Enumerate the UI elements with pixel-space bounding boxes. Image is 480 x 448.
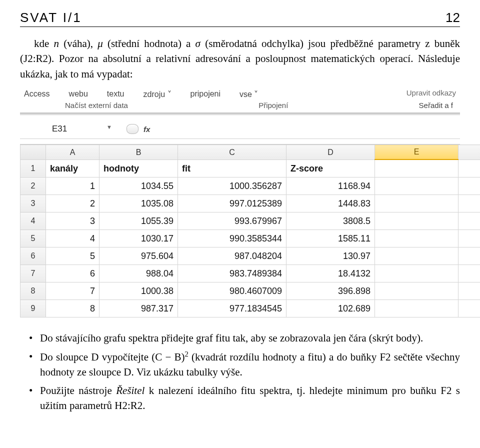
row-header[interactable]: 1 [20,160,46,178]
cell[interactable]: 6 [46,265,100,282]
cell[interactable]: 980.4607009 [178,282,286,300]
cell[interactable]: 1034.55 [100,178,178,195]
cell[interactable]: 1000.356287 [178,178,286,195]
row-header[interactable]: 2 [20,178,46,195]
cell[interactable]: 8 [46,300,100,318]
cell[interactable]: 990.3585344 [178,230,286,248]
row-header[interactable]: 7 [20,265,46,282]
row-header[interactable]: 3 [20,195,46,212]
select-all-corner[interactable] [20,145,46,160]
row-header[interactable]: 8 [20,282,46,300]
cell[interactable]: fit [178,160,286,178]
cell[interactable]: 1055.39 [100,212,178,230]
formula-bar: E31▼ fx [20,116,460,139]
cell[interactable]: 5 [46,248,100,265]
chevron-down-icon[interactable]: ▼ [106,124,112,130]
cell[interactable] [375,230,458,248]
row-header[interactable]: 6 [20,248,46,265]
col-header-c[interactable]: C [178,145,286,160]
bullet-item: Použijte nástroje Řešitel k nalezení ide… [40,383,460,414]
cell[interactable] [375,195,458,212]
cell[interactable] [458,195,480,212]
cell[interactable] [375,248,458,265]
row-header[interactable]: 9 [20,300,46,318]
cell[interactable]: 3 [46,212,100,230]
cell[interactable]: 988.04 [100,265,178,282]
cell[interactable] [375,282,458,300]
cell[interactable]: 983.7489384 [178,265,286,282]
cell[interactable] [375,300,458,318]
cell[interactable]: 1 [46,178,100,195]
cell[interactable] [375,212,458,230]
cell[interactable]: 977.1834545 [178,300,286,318]
fx-circle-icon [126,124,138,134]
cell[interactable]: 993.679967 [178,212,286,230]
cell[interactable]: 3808.5 [286,212,375,230]
cell[interactable]: 1585.11 [286,230,375,248]
cell[interactable]: 987.317 [100,300,178,318]
cell[interactable]: 102.689 [286,300,375,318]
intro-paragraph: kde n (váha), μ (střední hodnota) a σ (s… [20,36,460,82]
cell[interactable]: 396.898 [286,282,375,300]
cell[interactable] [458,265,480,282]
cell[interactable]: 18.4132 [286,265,375,282]
cell[interactable]: Z-score [286,160,375,178]
cell[interactable] [375,265,458,282]
cell[interactable]: 2 [46,195,100,212]
cell[interactable] [375,160,458,178]
cell[interactable] [458,212,480,230]
cell[interactable]: 987.048204 [178,248,286,265]
ribbon-tab-zdroju[interactable]: zdroju ˅ [144,88,172,100]
cell[interactable]: 975.604 [100,248,178,265]
formula-input[interactable] [150,124,460,134]
cell[interactable]: 1168.94 [286,178,375,195]
cell[interactable]: hodnoty [100,160,178,178]
col-header-b[interactable]: B [100,145,178,160]
ribbon-tab-access[interactable]: Access [24,88,50,100]
ribbon-tab-pripojeni[interactable]: pripojeni [190,88,220,100]
ribbon-tabs: Access webu textu zdroju ˅ pripojeni vse… [20,88,460,100]
ribbon-tab-webu[interactable]: webu [69,88,88,100]
ribbon-group-externi: Načíst externí data [65,101,128,110]
col-header-a[interactable]: A [46,145,100,160]
cell[interactable] [458,282,480,300]
ribbon-tab-textu[interactable]: textu [107,88,124,100]
cell[interactable] [375,178,458,195]
cell[interactable]: 1030.17 [100,230,178,248]
cell[interactable]: 7 [46,282,100,300]
page-header: SVAT I/1 12 [20,10,460,27]
cell[interactable] [458,160,480,178]
cell[interactable]: 4 [46,230,100,248]
col-header-e[interactable]: E [375,145,458,160]
name-box[interactable]: E31▼ [48,122,116,136]
cell[interactable]: 997.0125389 [178,195,286,212]
excel-screenshot: Access webu textu zdroju ˅ pripojeni vse… [20,88,460,318]
header-page-number: 12 [446,10,460,26]
cell[interactable] [458,230,480,248]
col-header-d[interactable]: D [286,145,375,160]
cell[interactable]: 130.97 [286,248,375,265]
ribbon-group-seradit: Seřadit a f [419,101,453,110]
ribbon-tab-vse[interactable]: vse ˅ [240,88,258,100]
cell[interactable]: kanály [46,160,100,178]
row-header[interactable]: 5 [20,230,46,248]
cell[interactable]: 1000.38 [100,282,178,300]
row-header[interactable]: 4 [20,212,46,230]
header-left: SVAT I/1 [20,10,82,26]
col-header-f[interactable]: F [458,145,480,160]
bullet-list: Do stávajícího grafu spektra přidejte gr… [20,330,460,413]
cell[interactable]: 4.31E+05 [458,178,480,195]
ribbon-groups: Načíst externí data Připojení Seřadit a … [20,100,460,113]
ribbon-upravit-odkazy: Upravit odkazy [406,88,456,100]
fx-label[interactable]: fx [144,125,150,134]
cell[interactable]: 1448.83 [286,195,375,212]
cell[interactable] [458,248,480,265]
cell[interactable]: 1035.08 [100,195,178,212]
spreadsheet-grid[interactable]: A B C D E F 1 kanály hodnoty fit Z-score [20,144,480,318]
ribbon-group-pripojeni: Připojení [258,101,288,110]
bullet-item: Do stávajícího grafu spektra přidejte gr… [40,330,460,346]
cell[interactable] [458,300,480,318]
bullet-item: Do sloupce D vypočítejte (C − B)2 (kvadr… [40,349,460,380]
